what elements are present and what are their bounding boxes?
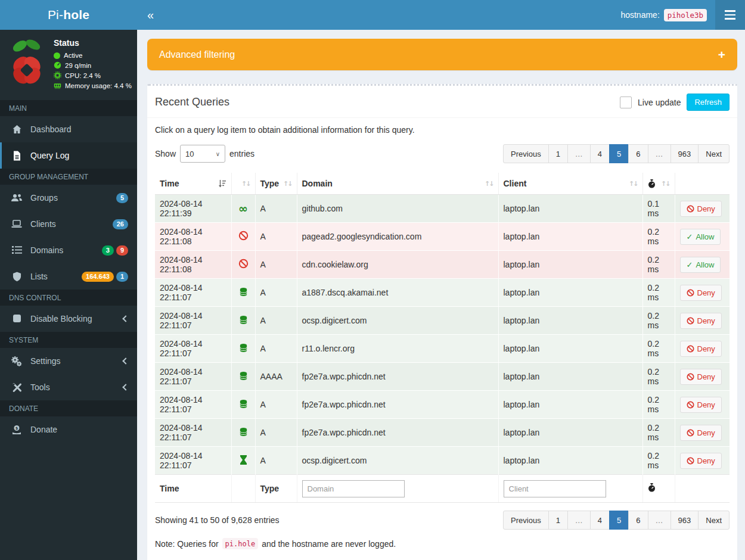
deny-button[interactable]: Deny (680, 453, 722, 469)
page-ellipsis: … (648, 144, 671, 163)
database-icon (239, 287, 248, 297)
sidebar-item-label: Donate (30, 425, 57, 434)
table-row[interactable]: 2024-08-14 22:11:08 A pagead2.googlesynd… (155, 223, 730, 251)
sidebar-item-label: Dashboard (30, 125, 72, 134)
section-group-management: GROUP MANAGEMENT (0, 169, 137, 185)
client-search-input[interactable] (504, 480, 606, 497)
deny-button[interactable]: Deny (680, 369, 722, 385)
domains-denied-badge: 9 (116, 245, 128, 256)
table-row[interactable]: 2024-08-14 22:11:07 A r11.o.lencr.org la… (155, 335, 730, 363)
pagination-top: Previous 1 … 4 5 6 … 963 Next (503, 144, 730, 163)
column-header-reply-time[interactable]: ↑↓ (642, 173, 675, 195)
page-number[interactable]: 4 (590, 144, 610, 163)
sidebar-item-query-log[interactable]: Query Log (0, 142, 137, 169)
home-icon (11, 125, 23, 135)
page-number[interactable]: 6 (628, 511, 648, 530)
advanced-filtering-header[interactable]: Advanced filtering + (147, 39, 737, 70)
sidebar-item-donate[interactable]: $ Donate (0, 416, 137, 443)
page-number[interactable]: 963 (670, 511, 699, 530)
deny-button[interactable]: Deny (680, 313, 722, 329)
page-next[interactable]: Next (698, 144, 730, 163)
footer-time-label: Time (155, 475, 231, 503)
sidebar-item-lists[interactable]: Lists 164.643 1 (0, 263, 137, 290)
table-row[interactable]: 2024-08-14 22:11:07 A a1887.dscq.akamai.… (155, 279, 730, 307)
column-header-client[interactable]: Client↑↓ (498, 173, 642, 195)
hamburger-menu-button[interactable] (715, 0, 745, 30)
lists-count-badge: 1 (116, 272, 128, 282)
hourglass-icon (240, 455, 247, 465)
users-icon (11, 193, 23, 203)
page-size-select[interactable]: 10 ∨ (180, 145, 225, 163)
table-row[interactable]: 2024-08-14 22:11:07 A ocsp.digicert.com … (155, 447, 730, 475)
groups-count-badge: 5 (116, 193, 128, 203)
column-header-domain[interactable]: Domain↑↓ (297, 173, 498, 195)
section-donate: DONATE (0, 400, 137, 416)
sidebar-item-tools[interactable]: Tools (0, 374, 137, 400)
live-update-checkbox[interactable] (620, 97, 632, 108)
ban-icon (687, 345, 694, 353)
sidebar-item-settings[interactable]: Settings (0, 348, 137, 374)
footer-type-label: Type (255, 475, 297, 503)
status-panel: Status Active 29 q/min CPU: 2.4 % (0, 30, 137, 100)
sidebar-item-disable-blocking[interactable]: Disable Blocking (0, 306, 137, 332)
check-icon: ✓ (687, 232, 693, 241)
page-ellipsis: … (567, 511, 591, 530)
table-row[interactable]: 2024-08-14 22:11:07 AAAA fp2e7a.wpc.phic… (155, 363, 730, 391)
ban-blocked-icon (238, 231, 249, 241)
privacy-note: Note: Queries for pi.hole and the hostna… (155, 538, 730, 549)
deny-button[interactable]: Deny (680, 201, 722, 217)
column-header-time[interactable]: Time (155, 173, 231, 195)
column-header-type[interactable]: Type↑↓ (255, 173, 297, 195)
section-system: SYSTEM (0, 332, 137, 348)
page-next[interactable]: Next (698, 511, 730, 530)
topbar: « hostname: pihole3b (137, 0, 745, 30)
domain-search-input[interactable] (302, 480, 405, 497)
deny-button[interactable]: Deny (680, 285, 722, 301)
sidebar-collapse-button[interactable]: « (137, 8, 164, 22)
sort-icon: ↑↓ (629, 180, 637, 188)
page-number-active[interactable]: 5 (609, 144, 629, 163)
expand-plus-icon[interactable]: + (718, 48, 725, 62)
table-row[interactable]: 2024-08-14 22:11:07 A fp2e7a.wpc.phicdn.… (155, 419, 730, 447)
qpm-label: 29 q/min (65, 62, 91, 69)
sidebar-item-groups[interactable]: Groups 5 (0, 185, 137, 211)
sidebar-item-domains[interactable]: Domains 3 9 (0, 237, 137, 263)
hostname-label: hostname: (620, 10, 659, 20)
deny-button[interactable]: Deny (680, 341, 722, 357)
status-title: Status (54, 38, 132, 48)
allow-button[interactable]: ✓Allow (680, 229, 721, 245)
stopwatch-icon (648, 179, 656, 188)
sidebar-item-label: Query Log (30, 151, 69, 160)
pagination-bottom: Previous 1 … 4 5 6 … 963 Next (503, 511, 730, 530)
ban-icon (687, 373, 694, 381)
page-number[interactable]: 6 (628, 144, 648, 163)
table-row[interactable]: 2024-08-14 22:11:39 ∞ A github.com lapto… (155, 195, 730, 223)
section-main: MAIN (0, 100, 137, 116)
page-previous[interactable]: Previous (503, 511, 549, 530)
refresh-button[interactable]: Refresh (687, 94, 730, 111)
deny-button[interactable]: Deny (680, 397, 722, 413)
sidebar-item-label: Domains (30, 245, 63, 255)
page-previous[interactable]: Previous (503, 144, 549, 163)
sidebar-item-label: Lists (30, 272, 48, 281)
allow-button[interactable]: ✓Allow (680, 257, 721, 273)
sidebar-item-clients[interactable]: Clients 26 (0, 211, 137, 237)
column-header-status[interactable]: ↑↓ (231, 173, 255, 195)
page-number[interactable]: 4 (590, 511, 610, 530)
page-number[interactable]: 1 (548, 144, 568, 163)
query-log-hint: Click on a query log item to obtain addi… (155, 125, 730, 135)
table-row[interactable]: 2024-08-14 22:11:08 A cdn.cookielaw.org … (155, 251, 730, 279)
chevron-down-icon: ∨ (216, 151, 220, 157)
deny-button[interactable]: Deny (680, 425, 722, 441)
page-number-active[interactable]: 5 (609, 511, 629, 530)
sidebar-item-dashboard[interactable]: Dashboard (0, 116, 137, 142)
table-row[interactable]: 2024-08-14 22:11:07 A ocsp.digicert.com … (155, 307, 730, 335)
check-icon: ✓ (687, 260, 693, 269)
page-number[interactable]: 963 (670, 144, 699, 163)
pihole-raspberry-logo (5, 37, 49, 88)
stop-icon (11, 314, 23, 324)
page-number[interactable]: 1 (548, 511, 568, 530)
table-row[interactable]: 2024-08-14 22:11:07 A fp2e7a.wpc.phicdn.… (155, 391, 730, 419)
chevron-left-icon (122, 315, 129, 322)
ban-icon (687, 401, 694, 409)
